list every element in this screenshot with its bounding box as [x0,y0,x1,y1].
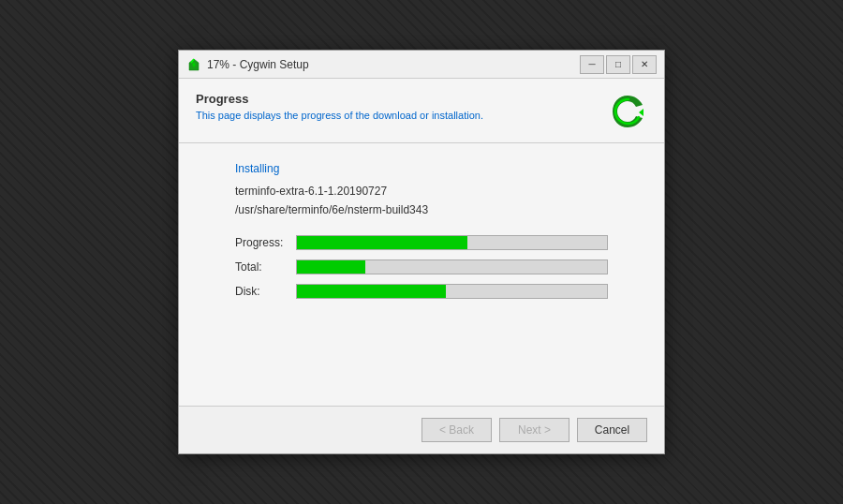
header-title: Progress [196,92,608,106]
footer: < Back Next > Cancel [179,406,664,453]
maximize-button[interactable]: □ [606,55,630,74]
back-button[interactable]: < Back [422,418,492,442]
file-path: /usr/share/terminfo/6e/nsterm-build343 [235,203,608,216]
main-content: Installing terminfo-extra-6.1-1.20190727… [179,143,664,406]
total-row: Total: [235,259,608,274]
close-button[interactable]: ✕ [632,55,657,74]
header-subtitle: This page displays the progress of the d… [196,110,608,121]
progress-label: Progress: [235,236,296,249]
cancel-button[interactable]: Cancel [577,418,647,442]
window-icon [186,57,201,72]
header-text: Progress This page displays the progress… [196,92,608,121]
setup-window: 17% - Cygwin Setup ─ □ ✕ Progress This p… [178,50,665,454]
cygwin-logo [608,92,647,131]
progress-row: Progress: [235,235,608,250]
header-section: Progress This page displays the progress… [179,79,664,143]
disk-fill [297,285,446,298]
disk-row: Disk: [235,284,608,299]
progress-track [296,235,608,250]
total-track [296,259,608,274]
package-name: terminfo-extra-6.1-1.20190727 [235,185,608,198]
status-text: Installing [235,162,608,175]
total-fill [297,260,365,274]
disk-label: Disk: [235,285,296,298]
disk-track [296,284,608,299]
minimize-button[interactable]: ─ [580,55,604,74]
window-controls: ─ □ ✕ [580,55,657,74]
window-title: 17% - Cygwin Setup [207,58,580,71]
next-button[interactable]: Next > [499,418,569,442]
progress-fill [297,236,467,249]
title-bar: 17% - Cygwin Setup ─ □ ✕ [179,51,664,79]
total-label: Total: [235,260,296,274]
